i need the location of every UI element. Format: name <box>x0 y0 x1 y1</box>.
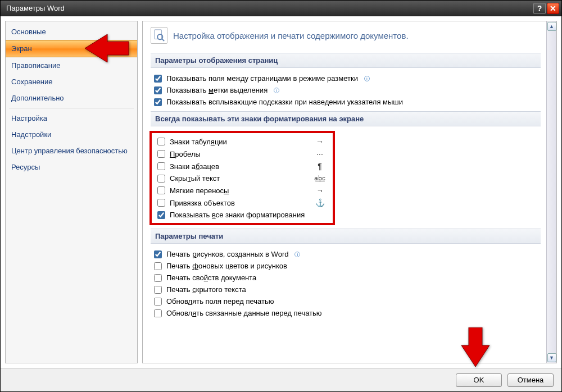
hyphen-symbol: ¬ <box>312 186 327 195</box>
chk-show-tooltips[interactable] <box>154 98 162 106</box>
opt-spaces[interactable]: Пробелы ··· <box>154 148 330 160</box>
opt-label: Показывать поля между страницами в режим… <box>166 74 358 83</box>
opt-label: Показывать все знаки форматирования <box>170 211 305 219</box>
chk-print-drawings[interactable] <box>154 250 162 258</box>
chk-print-background[interactable] <box>154 262 162 270</box>
annotation-arrow-left <box>85 31 130 67</box>
hidden-text-symbol: a͟b͟c <box>312 175 327 182</box>
opt-label: Обновлять поля перед печатью <box>166 297 274 306</box>
title-bar: Параметры Word ? ✕ <box>1 1 561 16</box>
opt-label: Мягкие переносы <box>170 186 229 195</box>
chk-print-hidden-text[interactable] <box>154 286 162 294</box>
pilcrow-symbol: ¶ <box>312 162 327 171</box>
settings-panel: Настройка отображения и печати содержимо… <box>142 21 557 363</box>
opt-show-space-between-pages[interactable]: Показывать поля между страницами в режим… <box>151 72 541 84</box>
sidebar-item-trust-center[interactable]: Центр управления безопасностью <box>6 143 137 159</box>
sidebar-item-customize[interactable]: Настройка <box>6 110 137 126</box>
chk-object-anchors[interactable] <box>157 199 165 207</box>
opt-label: Привязка объектов <box>170 199 235 207</box>
section-printing: Параметры печати <box>151 229 541 244</box>
sidebar-separator <box>9 108 134 108</box>
tab-symbol: → <box>312 137 327 146</box>
window-controls: ? ✕ <box>533 3 559 14</box>
opt-paragraph-marks[interactable]: Знаки абзацев ¶ <box>154 160 330 172</box>
opt-label: Печать скрытого текста <box>166 285 246 294</box>
chk-spaces[interactable] <box>157 150 165 158</box>
opt-label: Показывать метки выделения <box>166 86 268 94</box>
svg-marker-4 <box>461 327 490 367</box>
chk-show-highlighter-marks[interactable] <box>154 86 162 94</box>
opt-label: Печать фоновых цветов и рисунков <box>166 262 287 270</box>
opt-show-all-formatting[interactable]: Показывать все знаки форматирования <box>154 209 330 221</box>
chk-show-all-formatting[interactable] <box>157 211 165 219</box>
help-button[interactable]: ? <box>533 3 546 14</box>
magnifier-page-icon <box>151 27 167 44</box>
dialog-footer: OK Отмена <box>1 368 561 391</box>
space-symbol: ··· <box>312 149 327 158</box>
opt-label: Знаки абзацев <box>170 162 219 171</box>
info-icon[interactable]: i <box>294 252 300 257</box>
category-sidebar: Основные Экран Правописание Сохранение Д… <box>5 21 138 363</box>
opt-optional-hyphens[interactable]: Мягкие переносы ¬ <box>154 184 330 197</box>
dialog-body: Основные Экран Правописание Сохранение Д… <box>1 16 561 368</box>
options-dialog: Параметры Word ? ✕ Основные Экран Правоп… <box>0 0 562 392</box>
chk-optional-hyphens[interactable] <box>157 186 165 194</box>
chk-show-space-between-pages[interactable] <box>154 75 162 83</box>
opt-label: Печать рисунков, созданных в Word <box>166 250 288 258</box>
sidebar-item-addins[interactable]: Надстройки <box>6 126 137 143</box>
close-button[interactable]: ✕ <box>547 3 559 14</box>
anchor-symbol: ⚓ <box>312 198 327 207</box>
info-icon[interactable]: i <box>274 88 279 93</box>
section-page-display: Параметры отображения страниц <box>151 53 541 68</box>
opt-update-fields[interactable]: Обновлять поля перед печатью <box>151 295 541 307</box>
opt-label: Показывать всплывающие подсказки при нав… <box>166 98 403 106</box>
opt-update-linked-data[interactable]: Обновлять связанные данные перед печатью <box>151 307 541 319</box>
svg-marker-3 <box>85 34 129 62</box>
section-formatting-marks: Всегда показывать эти знаки форматирован… <box>151 111 541 126</box>
svg-line-2 <box>162 39 165 41</box>
sidebar-item-advanced[interactable]: Дополнительно <box>6 90 137 106</box>
settings-content: Настройка отображения и печати содержимо… <box>143 21 546 363</box>
opt-object-anchors[interactable]: Привязка объектов ⚓ <box>154 197 330 209</box>
sidebar-item-resources[interactable]: Ресурсы <box>6 159 137 175</box>
panel-heading: Настройка отображения и печати содержимо… <box>173 31 409 40</box>
chk-hidden-text[interactable] <box>157 175 165 183</box>
opt-hidden-text[interactable]: Скрытый текст a͟b͟c <box>154 172 330 184</box>
vertical-scrollbar[interactable]: ▲ ▼ <box>546 21 556 363</box>
opt-label: Печать свойств документа <box>166 274 256 282</box>
annotation-arrow-down <box>459 327 492 369</box>
scroll-up-button[interactable]: ▲ <box>547 22 556 31</box>
opt-label: Пробелы <box>170 150 201 158</box>
chk-print-properties[interactable] <box>154 274 162 282</box>
opt-label: Знаки табуляции <box>170 138 227 146</box>
opt-label: Скрытый текст <box>170 174 220 183</box>
opt-print-background[interactable]: Печать фоновых цветов и рисунков <box>151 260 541 272</box>
chk-update-linked-data[interactable] <box>154 309 162 317</box>
panel-heading-row: Настройка отображения и печати содержимо… <box>151 24 541 49</box>
highlight-red-box: Знаки табуляции → Пробелы ··· Знаки абза… <box>149 131 335 225</box>
info-icon[interactable]: i <box>364 76 370 81</box>
chk-tab-characters[interactable] <box>157 138 165 145</box>
sidebar-item-save[interactable]: Сохранение <box>6 74 137 90</box>
opt-label: Обновлять связанные данные перед печатью <box>166 309 322 317</box>
chk-update-fields[interactable] <box>154 298 162 306</box>
opt-show-highlighter-marks[interactable]: Показывать метки выделения i <box>151 84 541 96</box>
opt-print-drawings[interactable]: Печать рисунков, созданных в Word i <box>151 248 541 260</box>
chk-paragraph-marks[interactable] <box>157 162 165 170</box>
ok-button[interactable]: OK <box>456 373 502 387</box>
opt-print-properties[interactable]: Печать свойств документа <box>151 272 541 284</box>
opt-print-hidden-text[interactable]: Печать скрытого текста <box>151 284 541 295</box>
cancel-button[interactable]: Отмена <box>507 373 554 387</box>
opt-tab-characters[interactable]: Знаки табуляции → <box>154 135 330 148</box>
window-title: Параметры Word <box>6 4 65 12</box>
opt-show-tooltips[interactable]: Показывать всплывающие подсказки при нав… <box>151 96 541 108</box>
scroll-down-button[interactable]: ▼ <box>547 353 556 362</box>
